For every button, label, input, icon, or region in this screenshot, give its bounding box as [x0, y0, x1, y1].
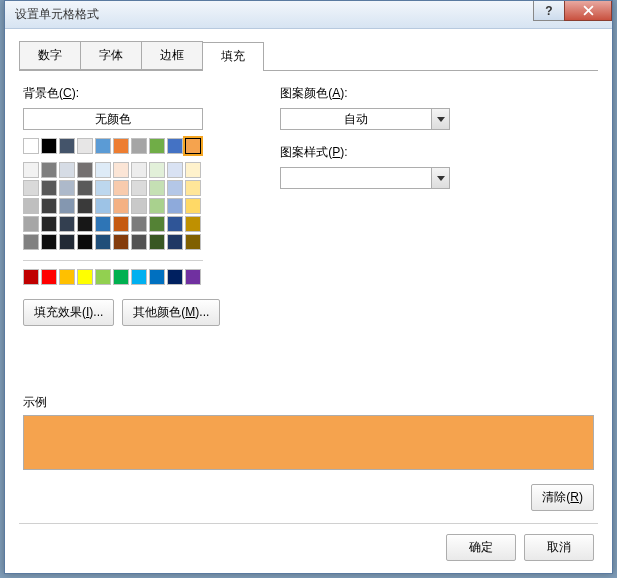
color-swatch[interactable]	[167, 138, 183, 154]
color-swatch[interactable]	[77, 162, 93, 178]
no-color-button[interactable]: 无颜色	[23, 108, 203, 130]
tab-1[interactable]: 字体	[80, 41, 142, 70]
bg-color-label: 背景色(C):	[23, 85, 220, 102]
effect-button-row: 填充效果(I)... 其他颜色(M)...	[23, 299, 220, 326]
color-swatch[interactable]	[113, 138, 129, 154]
pattern-color-combo[interactable]: 自动	[280, 108, 450, 130]
spacer	[23, 326, 594, 386]
fill-effects-button[interactable]: 填充效果(I)...	[23, 299, 114, 326]
color-swatch[interactable]	[59, 180, 75, 196]
color-swatch[interactable]	[59, 216, 75, 232]
tab-0[interactable]: 数字	[19, 41, 81, 70]
color-swatch[interactable]	[131, 216, 147, 232]
color-swatch[interactable]	[185, 269, 201, 285]
sample-section: 示例	[23, 394, 594, 470]
color-swatch[interactable]	[113, 216, 129, 232]
color-swatch[interactable]	[167, 216, 183, 232]
chevron-down-icon	[431, 109, 449, 129]
color-swatch[interactable]	[113, 180, 129, 196]
sample-label: 示例	[23, 394, 594, 411]
color-swatch[interactable]	[23, 216, 39, 232]
color-swatch[interactable]	[167, 234, 183, 250]
color-swatch[interactable]	[77, 269, 93, 285]
color-swatch[interactable]	[149, 162, 165, 178]
color-swatch[interactable]	[149, 180, 165, 196]
color-swatch[interactable]	[131, 198, 147, 214]
ok-button[interactable]: 确定	[446, 534, 516, 561]
color-swatch[interactable]	[149, 216, 165, 232]
color-swatch[interactable]	[149, 138, 165, 154]
color-swatch[interactable]	[23, 198, 39, 214]
pattern-style-label: 图案样式(P):	[280, 144, 594, 161]
color-swatch[interactable]	[131, 269, 147, 285]
color-swatch[interactable]	[23, 138, 39, 154]
color-swatch[interactable]	[131, 180, 147, 196]
color-swatch[interactable]	[95, 269, 111, 285]
clear-button[interactable]: 清除(R)	[531, 484, 594, 511]
cancel-button[interactable]: 取消	[524, 534, 594, 561]
color-swatch[interactable]	[95, 162, 111, 178]
color-swatch[interactable]	[185, 216, 201, 232]
color-swatch[interactable]	[23, 180, 39, 196]
palette-shades	[23, 162, 203, 250]
pattern-color-value: 自动	[281, 109, 431, 129]
pattern-style-combo[interactable]	[280, 167, 450, 189]
color-swatch[interactable]	[185, 198, 201, 214]
color-swatch[interactable]	[131, 138, 147, 154]
color-swatch[interactable]	[95, 138, 111, 154]
color-swatch[interactable]	[41, 180, 57, 196]
color-swatch[interactable]	[59, 198, 75, 214]
close-button[interactable]	[564, 1, 612, 21]
color-swatch[interactable]	[95, 198, 111, 214]
color-swatch[interactable]	[23, 269, 39, 285]
color-swatch[interactable]	[149, 198, 165, 214]
color-swatch[interactable]	[149, 234, 165, 250]
color-swatch[interactable]	[113, 269, 129, 285]
color-swatch[interactable]	[41, 162, 57, 178]
color-swatch[interactable]	[95, 216, 111, 232]
color-swatch[interactable]	[59, 138, 75, 154]
color-swatch[interactable]	[95, 234, 111, 250]
color-swatch[interactable]	[131, 234, 147, 250]
color-swatch[interactable]	[41, 216, 57, 232]
more-colors-button[interactable]: 其他颜色(M)...	[122, 299, 220, 326]
color-swatch[interactable]	[113, 162, 129, 178]
color-swatch[interactable]	[59, 269, 75, 285]
fill-panel: 背景色(C): 无颜色 填充效果(I)... 其他颜色(M)... 图案颜色(A…	[19, 71, 598, 573]
color-swatch[interactable]	[167, 162, 183, 178]
color-swatch[interactable]	[167, 180, 183, 196]
dialog-footer: 确定 取消	[23, 524, 594, 573]
color-swatch[interactable]	[23, 234, 39, 250]
color-swatch[interactable]	[41, 269, 57, 285]
help-button[interactable]: ?	[533, 1, 565, 21]
color-swatch[interactable]	[41, 198, 57, 214]
color-swatch[interactable]	[23, 162, 39, 178]
color-swatch[interactable]	[113, 198, 129, 214]
color-swatch[interactable]	[149, 269, 165, 285]
color-swatch[interactable]	[77, 216, 93, 232]
color-swatch[interactable]	[59, 162, 75, 178]
color-swatch[interactable]	[95, 180, 111, 196]
tab-2[interactable]: 边框	[141, 41, 203, 70]
color-swatch[interactable]	[167, 269, 183, 285]
bg-color-section: 背景色(C): 无颜色 填充效果(I)... 其他颜色(M)...	[23, 85, 220, 326]
sample-preview	[23, 415, 594, 470]
color-swatch[interactable]	[41, 138, 57, 154]
color-swatch[interactable]	[185, 234, 201, 250]
color-swatch[interactable]	[77, 198, 93, 214]
tab-3[interactable]: 填充	[202, 42, 264, 71]
color-swatch[interactable]	[77, 138, 93, 154]
color-swatch[interactable]	[185, 162, 201, 178]
palette-standard	[23, 269, 203, 285]
color-swatch[interactable]	[185, 138, 201, 154]
color-swatch[interactable]	[41, 234, 57, 250]
palette-divider	[23, 260, 203, 261]
color-swatch[interactable]	[77, 234, 93, 250]
dialog-window: 设置单元格格式 ? 数字字体边框填充 背景色(C): 无颜色 填充效果(I)..…	[4, 0, 613, 574]
color-swatch[interactable]	[59, 234, 75, 250]
color-swatch[interactable]	[77, 180, 93, 196]
color-swatch[interactable]	[131, 162, 147, 178]
color-swatch[interactable]	[167, 198, 183, 214]
color-swatch[interactable]	[113, 234, 129, 250]
color-swatch[interactable]	[185, 180, 201, 196]
